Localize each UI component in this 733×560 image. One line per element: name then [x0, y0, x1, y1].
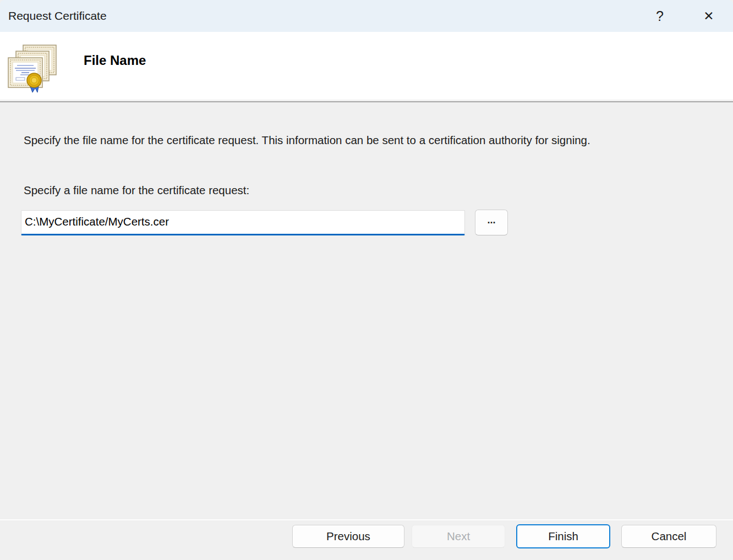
intro-text: Specify the file name for the certificat… — [24, 132, 648, 149]
finish-button[interactable]: Finish — [516, 524, 610, 548]
button-bar: Previous Next Finish Cancel — [0, 519, 733, 560]
cancel-button[interactable]: Cancel — [621, 525, 716, 548]
help-icon[interactable]: ? — [644, 0, 676, 32]
titlebar: Request Certificate ? ✕ — [0, 0, 733, 32]
file-name-input[interactable] — [21, 210, 465, 235]
close-icon[interactable]: ✕ — [691, 0, 726, 32]
certificates-stack-icon — [7, 44, 59, 94]
request-certificate-dialog: Request Certificate ? ✕ — [0, 0, 733, 560]
titlebar-controls: ? ✕ — [644, 0, 733, 32]
wizard-content: Specify the file name for the certificat… — [0, 103, 733, 519]
wizard-header: File Name — [0, 32, 733, 102]
next-button[interactable]: Next — [412, 525, 505, 548]
page-title: File Name — [84, 53, 146, 68]
file-name-label: Specify a file name for the certificate … — [24, 184, 249, 197]
window-title: Request Certificate — [8, 9, 107, 23]
previous-button[interactable]: Previous — [292, 525, 404, 548]
browse-button[interactable]: ... — [475, 210, 508, 235]
